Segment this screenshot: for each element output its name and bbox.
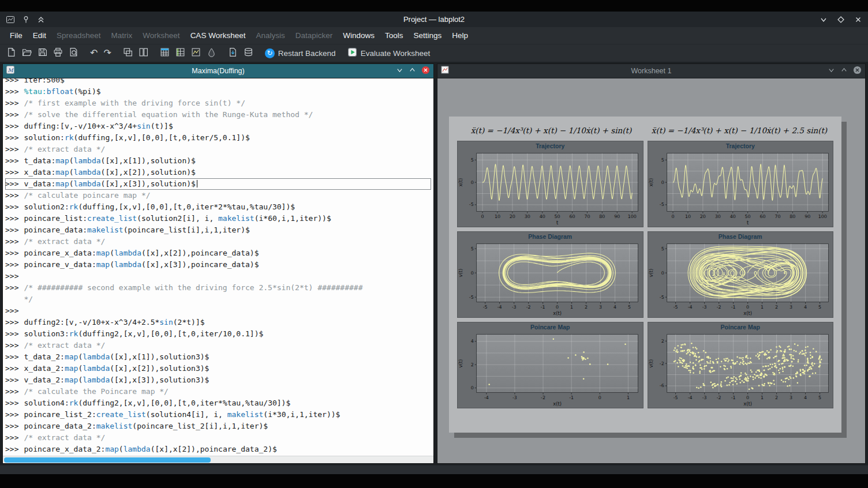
svg-text:2: 2 xyxy=(585,305,588,310)
menu-matrix[interactable]: Matrix xyxy=(106,27,138,44)
menu-analysis[interactable]: Analysis xyxy=(250,27,290,44)
console-line[interactable]: >>>t_data:map(lambda([x],x[1]),solution)… xyxy=(5,155,431,167)
console-line[interactable]: >>>/* first example with the driving for… xyxy=(5,97,431,109)
minimize-button[interactable] xyxy=(820,16,828,24)
worksheet-titlebar[interactable]: Worksheet 1 xyxy=(437,64,865,78)
console-line[interactable]: >>>t_data_2:map(lambda([x],x[1]),solutio… xyxy=(5,351,431,363)
equation-row: ẍ(t) = −1/4x³(t) + x(t) − 1/10ẋ(t) + sin… xyxy=(457,122,833,138)
console-line[interactable]: >>>v_data_2:map(lambda([x],x[3]),solutio… xyxy=(5,374,431,386)
menu-datapicker[interactable]: Datapicker xyxy=(290,27,338,44)
console-line[interactable]: >>>solution2:rk(duffing,[x,v],[0,0],[t,0… xyxy=(5,201,431,213)
console-line[interactable]: >>> xyxy=(5,305,431,317)
maxima-titlebar[interactable]: M Maxima(Duffing) xyxy=(3,64,433,78)
svg-text:0: 0 xyxy=(746,395,749,400)
restart-backend-button[interactable]: ↻ Restart Backend xyxy=(262,47,339,59)
menu-worksheet[interactable]: Worksheet xyxy=(137,27,185,44)
new-spreadsheet-button[interactable] xyxy=(157,46,173,60)
document-open-button[interactable] xyxy=(19,46,35,60)
console-code: t_data_2:map(lambda([x],x[1]),solution3)… xyxy=(24,351,209,363)
windows-tile-button[interactable] xyxy=(136,46,151,60)
horizontal-scrollbar[interactable] xyxy=(3,456,433,463)
console-line[interactable]: >>>poincare_x_data_2:map(lambda([x],x[2]… xyxy=(5,444,431,455)
console-line[interactable]: >>>poincare_data:makelist(poincare_list[… xyxy=(5,224,431,236)
new-matrix-button[interactable] xyxy=(173,46,188,60)
plot-poincare-1[interactable]: Poincare Map-4-3-2-101024x(t)v(t) xyxy=(457,322,643,408)
ink-color-button[interactable] xyxy=(204,46,219,60)
console-line[interactable]: >>>solution:rk(duffing,[x,v],[0,0],[t,0,… xyxy=(5,132,431,144)
windows-cascade-button[interactable] xyxy=(120,46,136,60)
import-database-button[interactable] xyxy=(241,46,256,60)
titlebar[interactable]: Project — labplot2 xyxy=(0,12,868,27)
maxima-minimize-button[interactable] xyxy=(396,66,403,76)
console-line[interactable]: >>>%tau:bfloat(%pi)$ xyxy=(5,86,431,97)
maxima-console[interactable]: >>>iter:500$>>>%tau:bfloat(%pi)$>>>/* fi… xyxy=(3,78,433,456)
menu-windows[interactable]: Windows xyxy=(338,27,380,44)
console-line[interactable]: >>>duffing:[v,-v/10+x-x^3/4+sin(t)]$ xyxy=(5,121,431,132)
console-line[interactable]: >>>/* extract data */ xyxy=(5,144,431,155)
scrollbar-thumb[interactable] xyxy=(4,457,211,463)
console-line[interactable]: >>>*/ xyxy=(5,294,431,305)
plot-phase-1[interactable]: Phase Diagram-5-4-3-2-1012345-505x(t)v(t… xyxy=(457,231,643,318)
document-save-button[interactable] xyxy=(35,46,50,60)
edit-undo-button[interactable]: ↶ xyxy=(87,47,100,59)
console-prompt: >>> xyxy=(5,317,18,328)
menu-cas-worksheet[interactable]: CAS Worksheet xyxy=(185,27,251,44)
svg-text:5: 5 xyxy=(661,246,664,251)
console-line[interactable]: >>>poincare_data_2:makelist(poincare_lis… xyxy=(5,421,431,432)
maxima-maximize-button[interactable] xyxy=(409,66,416,76)
console-line[interactable]: >>>poincare_list:create_list(solution2[i… xyxy=(5,213,431,224)
console-line[interactable]: >>>solution3:rk(duffing2,[x,v],[0,0],[t,… xyxy=(5,328,431,340)
menu-spreadsheet[interactable]: Spreadsheet xyxy=(51,27,106,44)
edit-redo-button[interactable]: ↷ xyxy=(100,47,114,59)
print-preview-button[interactable] xyxy=(66,46,81,60)
console-line[interactable]: >>>poincare_x_data:map(lambda([x],x[2]),… xyxy=(5,247,431,259)
svg-text:4: 4 xyxy=(613,305,616,310)
menu-file[interactable]: File xyxy=(5,27,28,44)
plot-trajectory-1[interactable]: Trajectory0102030405060708090100-505tx(t… xyxy=(457,141,643,227)
maximize-button[interactable] xyxy=(837,16,845,24)
plot-poincare-2[interactable]: Poincare Map-5-4-3-2-1012345-6-22x(t)v(t… xyxy=(648,322,834,408)
console-line[interactable]: >>>/* extract data */ xyxy=(5,340,431,351)
console-line[interactable]: >>> xyxy=(5,271,431,282)
console-line[interactable]: >>>/* extract data */ xyxy=(5,432,431,444)
console-line[interactable]: >>>iter:500$ xyxy=(5,78,431,86)
menu-help[interactable]: Help xyxy=(447,27,473,44)
maxima-close-button[interactable] xyxy=(421,66,430,77)
console-line[interactable]: >>>/* extract data */ xyxy=(5,236,431,247)
menu-tools[interactable]: Tools xyxy=(380,27,409,44)
console-line[interactable]: >>>duffing2:[v,-v/10+x-x^3/4+2.5*sin(2*t… xyxy=(5,317,431,328)
plot-phase-2[interactable]: Phase Diagram-5-4-3-2-1012345-505x(t)v(t… xyxy=(648,231,834,318)
worksheet-close-button[interactable] xyxy=(853,66,862,77)
close-button[interactable] xyxy=(854,16,862,24)
console-line[interactable]: >>>/* calculate the Poincare map */ xyxy=(5,386,431,397)
evaluate-worksheet-button[interactable]: Evaluate Worksheet xyxy=(345,46,433,60)
document-print-button[interactable] xyxy=(50,46,66,60)
svg-text:x(t): x(t) xyxy=(553,401,562,407)
maxima-window: M Maxima(Duffing) >>>iter:500$>>>%tau:bf… xyxy=(2,63,434,464)
plot-trajectory-2[interactable]: Trajectory0102030405060708090100-505tx(t… xyxy=(648,141,834,227)
menu-settings[interactable]: Settings xyxy=(409,27,447,44)
console-code: x_data:map(lambda([x],x[2]),solution)$ xyxy=(24,167,195,178)
import-file-button[interactable] xyxy=(225,46,241,60)
shade-icon[interactable] xyxy=(37,16,45,24)
console-line[interactable]: >>>poincare_list_2:create_list(solution4… xyxy=(5,409,431,421)
console-line[interactable]: >>>x_data:map(lambda([x],x[2]),solution)… xyxy=(5,167,431,178)
console-line[interactable]: >>>v_data:map(lambda([x],x[3]),solution)… xyxy=(5,178,431,190)
document-new-button[interactable] xyxy=(3,46,19,60)
console-line[interactable]: >>>/* calculate poincare map */ xyxy=(5,190,431,201)
new-spreadsheet-icon xyxy=(160,47,170,59)
worksheet-view[interactable]: ẍ(t) = −1/4x³(t) + x(t) − 1/10ẋ(t) + sin… xyxy=(437,78,865,463)
svg-text:x(t): x(t) xyxy=(743,310,752,316)
console-line[interactable]: >>>poincare_v_data:map(lambda([x],x[3]),… xyxy=(5,259,431,271)
worksheet-minimize-button[interactable] xyxy=(828,66,835,76)
pin-icon[interactable] xyxy=(22,16,30,24)
console-prompt: >>> xyxy=(5,178,18,190)
menu-edit[interactable]: Edit xyxy=(28,27,51,44)
worksheet-maximize-button[interactable] xyxy=(840,66,848,76)
console-line[interactable]: >>>x_data_2:map(lambda([x],x[2]),solutio… xyxy=(5,363,431,374)
console-line[interactable]: >>>solution4:rk(duffing2,[x,v],[0,0],[t,… xyxy=(5,397,431,409)
console-line[interactable]: >>>/* solve the differential equation wi… xyxy=(5,109,431,121)
new-plot-button[interactable] xyxy=(188,46,204,60)
svg-text:-5: -5 xyxy=(673,305,678,310)
console-line[interactable]: >>>/* ########## second example with the… xyxy=(5,282,431,294)
